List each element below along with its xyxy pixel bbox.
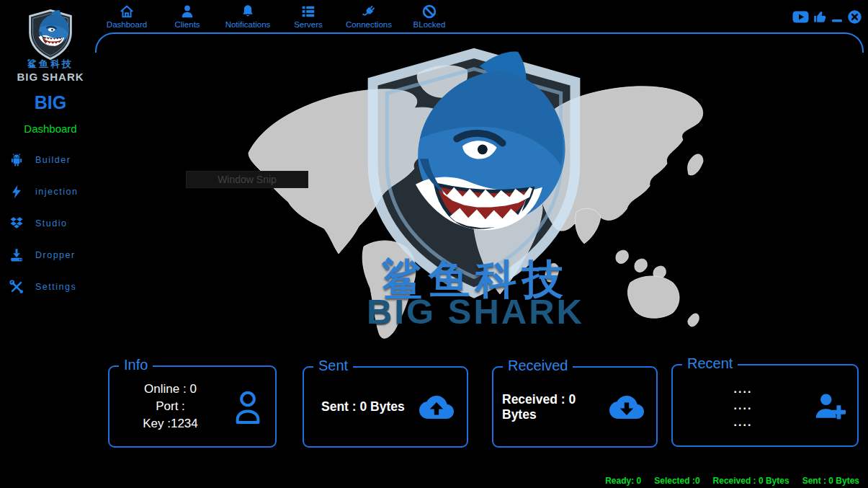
person-add-icon bbox=[813, 391, 846, 421]
dropbox-icon bbox=[9, 216, 24, 231]
sidebar-item-studio[interactable]: Studio bbox=[0, 208, 101, 239]
sent-value: Sent : 0 Bytes bbox=[321, 399, 417, 414]
nav-item-label: Connections bbox=[346, 20, 392, 29]
key-value: Key :1234 bbox=[109, 415, 231, 432]
shark-logo-icon bbox=[21, 9, 80, 61]
blocked-icon bbox=[421, 4, 437, 19]
status-bar: Ready: 0 Selected :0 Received : 0 Bytes … bbox=[605, 476, 859, 486]
logo-text-en: BIG SHARK bbox=[0, 71, 101, 83]
current-page-label: Dashboard bbox=[0, 123, 101, 135]
app-logo: 鲨鱼科技 BIG SHARK BIG Dashboard bbox=[0, 9, 101, 135]
sidebar-item-builder[interactable]: Builder bbox=[0, 144, 101, 176]
top-navigation: Dashboard Clients Notifications Servers bbox=[97, 4, 460, 29]
sidebar-item-label: Settings bbox=[35, 282, 76, 292]
sidebar-item-label: Builder bbox=[35, 155, 71, 165]
close-icon[interactable] bbox=[847, 9, 862, 25]
info-panel: Info Online : 0 Port : Key :1234 bbox=[108, 365, 277, 448]
person-icon bbox=[179, 4, 195, 19]
recent-list-item: .... bbox=[673, 397, 813, 414]
lightning-icon bbox=[9, 184, 24, 200]
port-value: Port : bbox=[109, 398, 231, 415]
sidebar-item-label: Dropper bbox=[35, 250, 76, 260]
status-received: Received : 0 Bytes bbox=[713, 476, 789, 486]
sidebar-item-dropper[interactable]: Dropper bbox=[0, 239, 101, 271]
tools-icon bbox=[9, 279, 24, 295]
person-outline-icon bbox=[231, 389, 264, 425]
home-icon bbox=[119, 4, 135, 19]
recent-list-item: .... bbox=[673, 414, 813, 430]
app-title: BIG bbox=[0, 92, 101, 113]
window-snip-tooltip: Window Snip bbox=[186, 171, 308, 188]
list-icon bbox=[300, 4, 316, 19]
map-watermark-en: BIG SHARK bbox=[238, 291, 713, 332]
download-icon bbox=[9, 247, 24, 263]
recent-list-item: .... bbox=[673, 381, 813, 397]
nav-item-clients[interactable]: Clients bbox=[157, 4, 218, 29]
sidebar: 鲨鱼科技 BIG SHARK BIG Dashboard Builder bbox=[0, 0, 101, 488]
status-ready: Ready: 0 bbox=[605, 476, 641, 486]
sidebar-item-settings[interactable]: Settings bbox=[0, 271, 101, 303]
nav-item-dashboard[interactable]: Dashboard bbox=[97, 4, 157, 29]
online-count: Online : 0 bbox=[109, 381, 231, 398]
nav-item-label: Dashboard bbox=[107, 20, 147, 29]
nav-item-servers[interactable]: Servers bbox=[278, 4, 339, 29]
cloud-upload-icon bbox=[417, 393, 456, 422]
nav-item-label: Servers bbox=[294, 20, 323, 29]
sidebar-item-injection[interactable]: injection bbox=[0, 176, 101, 208]
recent-panel: Recent .... .... .... bbox=[671, 364, 859, 447]
bell-icon bbox=[240, 4, 256, 19]
sent-panel: Sent Sent : 0 Bytes bbox=[303, 366, 468, 448]
sidebar-menu: Builder injection Studio bbox=[0, 144, 101, 303]
nav-item-label: BLocked bbox=[413, 20, 446, 29]
plug-icon bbox=[361, 4, 377, 19]
world-map-panel: 鲨鱼科技 BIG SHARK bbox=[238, 45, 713, 350]
nav-item-blocked[interactable]: BLocked bbox=[399, 4, 460, 29]
nav-item-notifications[interactable]: Notifications bbox=[218, 4, 278, 29]
thumbs-up-icon[interactable] bbox=[813, 10, 827, 24]
nav-item-label: Clients bbox=[174, 20, 200, 29]
android-icon bbox=[9, 152, 24, 168]
window-controls bbox=[792, 9, 862, 25]
nav-item-label: Notifications bbox=[225, 20, 271, 29]
status-sent: Sent : 0 Bytes bbox=[802, 476, 859, 486]
received-panel: Received Received : 0 Bytes bbox=[492, 366, 658, 448]
recent-list: .... .... .... bbox=[673, 381, 813, 430]
received-value: Received : 0 Bytes bbox=[502, 392, 608, 422]
info-panel-values: Online : 0 Port : Key :1234 bbox=[109, 381, 231, 432]
nav-item-connections[interactable]: Connections bbox=[339, 4, 399, 29]
sidebar-item-label: injection bbox=[35, 187, 78, 197]
youtube-icon[interactable] bbox=[792, 11, 809, 23]
sidebar-item-label: Studio bbox=[35, 218, 67, 229]
cloud-download-icon bbox=[608, 393, 645, 422]
minimize-icon[interactable] bbox=[831, 10, 843, 24]
status-selected: Selected :0 bbox=[654, 476, 699, 486]
logo-text-cn: 鲨鱼科技 bbox=[0, 58, 101, 71]
